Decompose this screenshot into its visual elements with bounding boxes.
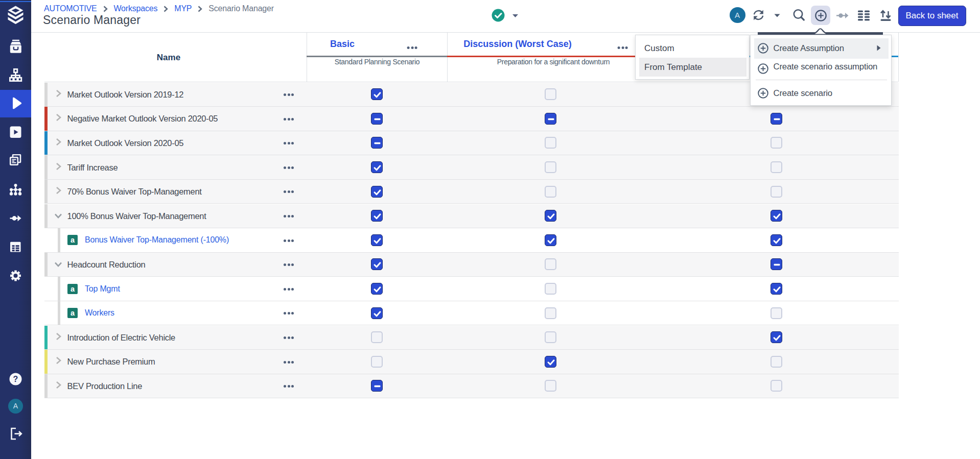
- svg-text:?: ?: [13, 375, 18, 383]
